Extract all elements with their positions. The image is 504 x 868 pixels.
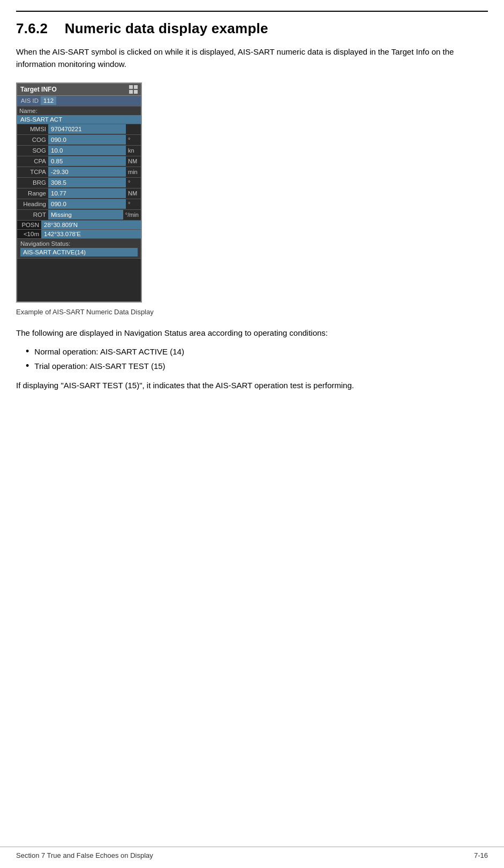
mmsi-label: MMSI [17,125,48,133]
cpa-value: 0.85 [48,156,126,166]
bullet-text-1: Normal operation: AIS-SART ACTIVE (14) [34,345,184,358]
tcpa-value: -29.30 [48,167,126,177]
cpa-label: CPA [17,157,48,165]
sog-value: 10.0 [48,146,126,155]
nav-status-block: Navigation Status: AIS-SART ACTIVE(14) [17,239,141,259]
page-footer: Section 7 True and False Echoes on Displ… [0,847,504,859]
posn-label-2: <10m [17,230,41,238]
tcpa-unit: min [126,168,141,176]
cog-row: COG 090.0 ° [17,135,141,146]
bullet-item-2: • Trial operation: AIS-SART TEST (15) [16,360,488,372]
brg-value: 308.5 [48,178,126,187]
nav-status-value: AIS-SART ACTIVE(14) [20,248,138,256]
range-label: Range [17,189,48,198]
name-full: Name: AIS-SART ACT [17,107,141,124]
heading-unit: ° [126,200,141,208]
panel-titlebar[interactable]: Target INFO [17,84,141,96]
rot-row: ROT Missing °/min [17,210,141,221]
cog-label: COG [17,135,48,144]
name-label: Name: [17,107,141,115]
tcpa-label: TCPA [17,168,48,176]
body-paragraph-2: If displaying "AIS-SART TEST (15)", it i… [16,379,488,391]
tcpa-row: TCPA -29.30 min [17,167,141,178]
ais-id-label: AIS ID [17,96,41,105]
posn-row-2: <10m 142°33.078'E [17,230,141,239]
footer-page-num: 7-16 [474,851,488,859]
mmsi-row: MMSI 970470221 [17,124,141,135]
brg-row: BRG 308.5 ° [17,178,141,188]
posn-label: POSN [17,221,41,229]
heading-title: Numeric data display example [65,20,268,36]
cpa-row: CPA 0.85 NM [17,156,141,167]
range-row: Range 10.77 NM [17,188,141,199]
grid-cell-4 [134,90,138,94]
rot-label: ROT [17,210,48,219]
panel-empty-area [17,259,141,301]
footer-section-text: Section 7 True and False Echoes on Displ… [16,851,153,859]
mmsi-value: 970470221 [48,124,126,134]
name-row: Name: AIS-SART ACT [17,107,141,124]
body-paragraph-1: The following are displayed in Navigatio… [16,327,488,339]
bullet-text-2: Trial operation: AIS-SART TEST (15) [34,360,165,372]
posn-value-2: 142°33.078'E [41,230,141,238]
bullet-dot-1: • [26,345,29,358]
heading-value: 090.0 [48,199,126,209]
nav-status-label: Navigation Status: [20,240,138,247]
sog-label: SOG [17,146,48,155]
panel-title: Target INFO [20,86,57,93]
target-info-wrapper: Target INFO AIS ID 112 Name: AIS-SART AC… [16,82,488,303]
sog-unit: kn [126,146,141,155]
grid-cell-3 [129,90,133,94]
ais-id-row: AIS ID 112 [17,96,141,107]
brg-label: BRG [17,178,48,187]
cpa-unit: NM [126,157,141,165]
sog-row: SOG 10.0 kn [17,146,141,156]
posn-value-1: 28°30.809'N [41,221,141,229]
range-value: 10.77 [48,188,126,198]
name-value: AIS-SART ACT [17,115,141,124]
heading-row: Heading 090.0 ° [17,199,141,210]
bullet-dot-2: • [26,360,29,372]
rot-unit: °/min [123,210,141,219]
mmsi-unit [126,128,141,130]
posn-row-1: POSN 28°30.809'N [17,221,141,230]
cog-value: 090.0 [48,135,126,145]
ais-id-value: 112 [41,96,56,105]
grid-cell-1 [129,85,133,89]
figure-caption: Example of AIS-SART Numeric Data Display [16,308,488,316]
intro-paragraph: When the AIS-SART symbol is clicked on w… [16,46,488,71]
grid-icon[interactable] [129,85,138,94]
page-container: 7.6.2 Numeric data display example When … [0,0,504,413]
brg-unit: ° [126,178,141,187]
heading-label: Heading [17,200,48,208]
target-info-panel: Target INFO AIS ID 112 Name: AIS-SART AC… [16,82,142,303]
grid-cell-2 [134,85,138,89]
bullet-list: • Normal operation: AIS-SART ACTIVE (14)… [16,345,488,373]
rot-value: Missing [48,210,123,220]
section-heading: 7.6.2 Numeric data display example [16,20,488,37]
top-rule [16,11,488,12]
bullet-item-1: • Normal operation: AIS-SART ACTIVE (14) [16,345,488,358]
range-unit: NM [126,189,141,198]
cog-unit: ° [126,135,141,144]
section-number: 7.6.2 [16,20,48,36]
